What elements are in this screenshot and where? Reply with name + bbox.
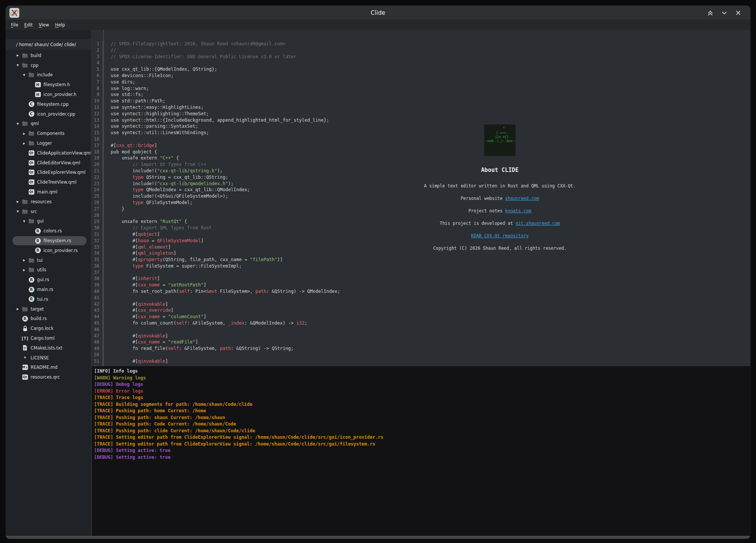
folder-icon [28,72,34,78]
menu-edit[interactable]: Edit [21,21,36,29]
tree-item-main-qml[interactable]: Qtmain.qml [6,187,91,197]
folder-icon [28,218,34,224]
tree-item-build-rs[interactable]: Rbuild.rs [6,314,91,324]
line-number: 6 [92,73,103,79]
toml-icon: [T] [22,335,28,341]
line-number: 36 [92,263,103,269]
folder-icon [28,257,34,263]
tree-item-main-rs[interactable]: Rmain.rs [6,285,91,294]
tree-item-label: filesystem.h [43,82,70,87]
code-line-9: 9use std::fs; [92,91,750,98]
chevron-collapsed-icon[interactable]: ▶ [23,142,28,145]
tree-item-components[interactable]: ▶Components [6,128,91,138]
line-number: 4 [92,60,103,66]
tree-item-tui[interactable]: ▶tui [6,255,91,265]
tree-item-label: tui.rs [37,297,48,302]
tree-item-label: icon_provider.cpp [37,111,75,117]
tree-item-icon-provider-rs[interactable]: Ricon_provider.rs [6,246,91,255]
file-tree[interactable]: / home/ shaun/ Code/ clide/ ▶build▼cpp▼i… [6,30,91,536]
tree-item-resources-qrc[interactable]: Qtresources.qrc [6,372,91,382]
line-number: 50 [92,352,103,358]
line-number: 10 [92,98,103,104]
tree-item-src[interactable]: ▼src [6,207,91,217]
folder-icon [22,121,28,127]
tree-item-target[interactable]: ▶target [6,304,91,314]
tree-item-clidetreeview-qml[interactable]: QtClideTreeView.qml [6,177,91,187]
line-number: 8 [92,85,103,92]
minimize-button[interactable] [720,9,728,17]
about-title: About CLIDE [405,167,594,173]
log-line-10: [TRACE] Pushing path: clide Current: /ho… [94,428,750,435]
main-content: / home/ shaun/ Code/ clide/ ▶build▼cpp▼i… [6,30,750,536]
tree-item-utils[interactable]: ▶utils [6,265,91,275]
tree-item-license[interactable]: ✶LICENSE [6,353,91,363]
folder-icon [22,199,28,205]
tree-item-cpp[interactable]: ▼cpp [6,60,91,70]
menu-file[interactable]: File [8,21,21,29]
tree-root-path[interactable]: / home/ shaun/ Code/ clide/ [6,39,91,50]
tree-item-label: ClideApplicationView.qml [37,150,91,156]
tree-item-cargo-toml[interactable]: [T]Cargo.toml [6,333,91,343]
tree-item-filesystem-h[interactable]: Hfilesystem.h [6,80,91,90]
tree-item-cmakelists-txt[interactable]: CMakeLists.txt [6,343,91,353]
line-number: 45 [92,320,103,326]
tree-item-resources[interactable]: ▶resources [6,197,91,207]
tree-item-label: main.rs [37,287,53,292]
chevron-collapsed-icon[interactable]: ▶ [23,132,28,135]
chevron-expanded-icon[interactable]: ▼ [17,122,22,125]
chevron-collapsed-icon[interactable]: ▶ [23,258,28,262]
chevron-expanded-icon[interactable]: ▼ [23,220,28,223]
tree-item-readme-md[interactable]: M↓README.md [6,363,91,373]
line-number: 51 [92,358,103,365]
tree-item-label: gui.rs [37,277,49,282]
star-icon: ✶ [22,355,28,361]
tree-item-icon-provider-cpp[interactable]: Cicon_provider.cpp [6,109,91,119]
tree-item-icon-provider-h[interactable]: Hicon_provider.h [6,90,91,99]
line-number: 35 [92,257,103,263]
chevron-collapsed-icon[interactable]: ▶ [17,200,22,203]
code-editor[interactable]: 1// SPDX-FileCopyrightText: 2026, Shaun … [92,30,750,366]
project-notes-link[interactable]: knoats.com [505,208,531,213]
git-repo-link[interactable]: git.shaunreed.com [516,221,560,226]
tree-item-logger[interactable]: ▶Logger [6,138,91,148]
tree-item-cargo-lock[interactable]: Cargo.lock [6,323,91,333]
code-line-37: 37 [92,269,750,276]
line-number: 21 [92,168,103,174]
tree-item-label: colors.rs [43,228,62,234]
tree-item-tui-rs[interactable]: Rtui.rs [6,294,91,304]
log-line-8: [TRACE] Pushing path: shaun Current: /ho… [94,415,750,421]
maximize-button[interactable] [707,9,714,17]
tree-item-label: filesystem.rs [43,238,71,243]
tree-item-filesystem-rs[interactable]: Rfilesystem.rs [6,236,91,246]
tree-item-clideeditorview-qml[interactable]: QtClideEditorView.qml [6,158,91,168]
menu-view[interactable]: View [36,21,52,29]
kdab-repo-link[interactable]: KDAB CXX-Qt repository [471,233,529,238]
tree-item-label: Components [37,131,65,136]
title-bar: Clide [6,6,750,20]
close-button[interactable] [734,9,742,17]
menu-help[interactable]: Help [52,21,68,29]
chevron-collapsed-icon[interactable]: ▶ [17,54,22,57]
line-number: 33 [92,244,103,251]
chevron-expanded-icon[interactable]: ▼ [23,73,28,77]
line-number: 52 [92,365,103,366]
rust-icon: R [35,248,41,254]
log-console[interactable]: [INFO] Info logs[WARN] Warning logs[DEBU… [92,366,750,536]
chevron-expanded-icon[interactable]: ▼ [17,63,22,67]
personal-website-link[interactable]: shaunreed.com [505,196,539,201]
chevron-collapsed-icon[interactable]: ▶ [23,268,28,272]
code-line-42: 42 #[qinvokable] [92,301,750,308]
chevron-expanded-icon[interactable]: ▼ [17,210,22,213]
tree-item-colors-rs[interactable]: Rcolors.rs [6,226,91,236]
tree-item-include[interactable]: ▼include [6,70,91,80]
chevron-collapsed-icon[interactable]: ▶ [17,307,22,311]
code-line-44: 44 #[cxx_name = "columnCount"] [92,314,750,320]
tree-item-gui-rs[interactable]: Rgui.rs [6,275,91,285]
tree-item-clideapplicationview-qml[interactable]: QtClideApplicationView.qml [6,148,91,158]
tree-item-clideexplorerview-qml[interactable]: QtClideExplorerView.qml [6,168,91,178]
tree-item-gui[interactable]: ▼gui [6,217,91,226]
tree-item-qml[interactable]: ▼qml [6,119,91,129]
tree-item-filesystem-cpp[interactable]: Cfilesystem.cpp [6,99,91,109]
tree-item-build[interactable]: ▶build [6,51,91,60]
folder-icon [28,140,34,146]
